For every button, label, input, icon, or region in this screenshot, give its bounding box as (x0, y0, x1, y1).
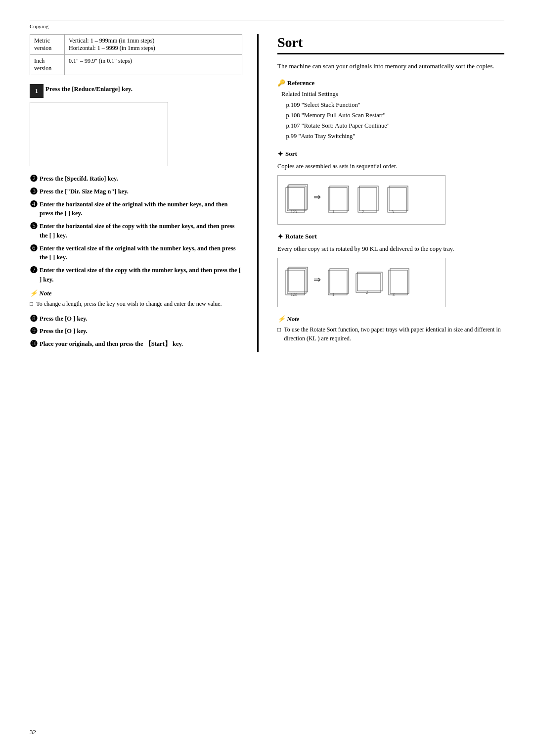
svg-rect-20 (330, 269, 349, 293)
step-2: ❷ Press the [Specifd. Ratio] key. (30, 174, 242, 184)
table-cell-inch-values: 0.1" – 99.9" (in 0.1" steps) (65, 55, 242, 75)
rotate-sort-text: Every other copy set is rotated by 90 KL… (277, 244, 504, 254)
step-8: ❽ Press the [O ] key. (30, 314, 242, 324)
svg-rect-26 (390, 269, 409, 293)
ref-item-4: p.99 "Auto Tray Switching" (277, 131, 504, 142)
note-1-text: To change a length, press the key you wi… (36, 299, 222, 308)
step-7-text: Enter the vertical size of the copy with… (40, 266, 242, 284)
step-6-text: Enter the vertical size of the original … (40, 244, 242, 263)
rotate-sort-svg: 123 ⇒ 1 2 (285, 263, 438, 302)
svg-text:3: 3 (392, 210, 394, 214)
step-6-num: ❻ (30, 244, 38, 253)
note-2-text: To use the Rotate Sort function, two pap… (284, 325, 504, 343)
ref-item-3: p.107 "Rotate Sort: Auto Paper Continue" (277, 121, 504, 131)
sort-diagram: 123 ⇒ 1 2 (277, 175, 445, 225)
step-7-num: ❼ (30, 266, 38, 275)
svg-text:2: 2 (362, 210, 364, 214)
step-9: ❾ Press the [O ] key. (30, 327, 242, 336)
note-2-checkbox-icon: □ (277, 325, 281, 343)
step-10: ❿ Place your originals, and then press t… (30, 339, 242, 349)
ref-item-0: Related Initial Settings (277, 89, 504, 99)
ref-item-1: p.109 "Select Stack Function" (277, 100, 504, 110)
step-8-num: ❽ (30, 314, 38, 323)
step-3-num: ❸ (30, 187, 38, 196)
breadcrumb: Copying (0, 20, 534, 34)
table-cell-metric-values: Vertical: 1 – 999mm (in 1mm steps) Horiz… (65, 35, 242, 55)
svg-text:3: 3 (393, 292, 395, 297)
note-2-title: ⚡ Note (277, 315, 504, 323)
step-2-num: ❷ (30, 174, 38, 183)
svg-rect-6 (330, 186, 349, 211)
svg-rect-9 (359, 186, 378, 211)
reference-label: Reference (287, 79, 314, 87)
note-2-item: □ To use the Rotate Sort function, two p… (277, 325, 504, 343)
svg-rect-23 (357, 272, 382, 291)
step-10-num: ❿ (30, 339, 38, 348)
step-2-text: Press the [Specifd. Ratio] key. (40, 174, 118, 184)
note-1: ⚡ Note □ To change a length, press the k… (30, 289, 242, 308)
svg-rect-22 (356, 274, 381, 292)
step-5-text: Enter the horizontal size of the copy wi… (40, 222, 242, 240)
two-column-layout: Metric version Vertical: 1 – 999mm (in 1… (0, 34, 534, 352)
sort-subsection-text: Copies are assembled as sets in sequenti… (277, 161, 504, 171)
step-1-text: Press the [Reduce/Enlarge] key. (45, 84, 242, 94)
rotate-sort-diagram: 123 ⇒ 1 2 (277, 258, 445, 307)
sort-subsection-title: ✦ Sort (277, 150, 504, 158)
step-5: ❺ Enter the horizontal size of the copy … (30, 222, 242, 240)
page-number: 32 (30, 728, 36, 736)
rotate-sort-subsection: ✦ Rotate Sort Every other copy set is ro… (277, 233, 504, 307)
step-9-num: ❾ (30, 327, 38, 335)
sort-subsection-label: Sort (285, 150, 297, 158)
note-checkbox-icon: □ (30, 299, 33, 308)
step-4-text: Enter the horizontal size of the origina… (40, 200, 242, 219)
step-4-num: ❹ (30, 200, 38, 209)
rotate-sort-title: ✦ Rotate Sort (277, 233, 504, 241)
table-cell-inch-label: Inch version (30, 55, 65, 75)
svg-rect-11 (388, 188, 406, 212)
svg-rect-19 (328, 270, 347, 295)
sort-description: The machine can scan your originals into… (277, 61, 504, 72)
note-1-item: □ To change a length, press the key you … (30, 299, 242, 308)
note-1-title: ⚡ Note (30, 289, 242, 297)
step-9-text: Press the [O ] key. (40, 327, 88, 336)
svg-rect-5 (328, 188, 347, 212)
svg-rect-15 (287, 269, 306, 293)
svg-rect-25 (389, 270, 407, 295)
svg-rect-8 (358, 188, 377, 212)
svg-text:123: 123 (291, 292, 297, 297)
steps-list: ❷ Press the [Specifd. Ratio] key. ❸ Pres… (30, 174, 242, 284)
svg-text:1: 1 (332, 292, 334, 297)
rotate-sort-diamond-icon: ✦ (277, 233, 283, 241)
key-icon: 🔑 (277, 79, 285, 87)
svg-rect-1 (287, 186, 306, 211)
step-3: ❸ Press the ["Dir. Size Mag n"] key. (30, 187, 242, 196)
step-3-text: Press the ["Dir. Size Mag n"] key. (40, 187, 129, 196)
sort-subsection: ✦ Sort Copies are assembled as sets in s… (277, 150, 504, 225)
ref-item-2: p.108 "Memory Full Auto Scan Restart" (277, 110, 504, 121)
reference-section: 🔑 Reference Related Initial Settings p.1… (277, 79, 504, 142)
sort-title: Sort (277, 34, 504, 54)
svg-text:⇒: ⇒ (313, 275, 321, 284)
table-cell-metric-label: Metric version (30, 35, 65, 55)
step-7: ❼ Enter the vertical size of the copy wi… (30, 266, 242, 284)
step-4: ❹ Enter the horizontal size of the origi… (30, 200, 242, 219)
spec-table: Metric version Vertical: 1 – 999mm (in 1… (30, 34, 242, 75)
page: Copying Metric version Vertical: 1 – 999… (0, 0, 534, 756)
rotate-sort-label: Rotate Sort (285, 233, 317, 240)
reference-title: 🔑 Reference (277, 79, 504, 87)
sort-svg: 123 ⇒ 1 2 (285, 180, 438, 220)
left-column: Metric version Vertical: 1 – 999mm (in 1… (30, 34, 257, 352)
step-1-number: 1 (30, 84, 44, 98)
svg-text:123: 123 (291, 210, 297, 214)
sort-diamond-icon: ✦ (277, 150, 283, 158)
step-1-illustration (30, 102, 168, 166)
step-10-text: Place your originals, and then press the… (40, 339, 183, 349)
svg-text:2: 2 (366, 290, 368, 295)
step-1-header: 1 Press the [Reduce/Enlarge] key. (30, 84, 242, 98)
right-column: Sort The machine can scan your originals… (257, 34, 504, 352)
svg-text:1: 1 (332, 210, 334, 214)
step-5-num: ❺ (30, 222, 38, 231)
note-2: ⚡ Note □ To use the Rotate Sort function… (277, 315, 504, 343)
step-6: ❻ Enter the vertical size of the origina… (30, 244, 242, 263)
right-col-inner: Sort The machine can scan your originals… (268, 34, 504, 343)
